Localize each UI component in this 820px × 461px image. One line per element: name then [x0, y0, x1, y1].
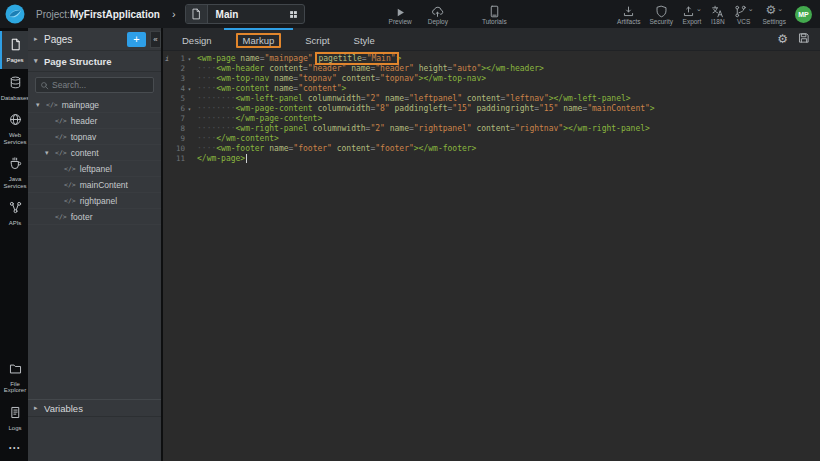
tab-label: Style [354, 35, 375, 46]
code-text: ····<wm-header content="header" name="he… [197, 64, 544, 74]
add-page-button[interactable]: + [127, 32, 146, 47]
search-input[interactable] [52, 80, 149, 90]
code-line[interactable]: 11</wm-page> [163, 154, 820, 164]
gutter: 3 [163, 74, 194, 84]
line-number: 3 [171, 74, 185, 84]
tree-item-content[interactable]: ▾</>content [28, 145, 161, 161]
markup-code-editor[interactable]: i1▾<wm-page name="mainpage" pagetitle="M… [163, 51, 820, 461]
more-options-ellipsis-icon[interactable]: ••• [0, 436, 28, 461]
artifacts-button[interactable]: Artifacts [617, 4, 640, 25]
tree-item-mainpage[interactable]: ▾</>mainpage [28, 97, 161, 113]
coffee-icon [9, 156, 22, 174]
save-icon[interactable] [798, 30, 810, 48]
tree-item-maincontent[interactable]: </>mainContent [28, 177, 161, 193]
open-page-tab[interactable]: Main [185, 4, 305, 24]
search-box [35, 77, 154, 93]
user-avatar[interactable]: MP [795, 6, 812, 23]
tree-item-topnav[interactable]: </>topnav [28, 129, 161, 145]
editor-tab-bar: DesignMarkupScriptStyle ⚙ [163, 28, 820, 51]
gear-icon: ⚙ [765, 4, 776, 17]
annotation-highlight-box: pagetitle="Main" [317, 54, 396, 63]
text-cursor [246, 154, 247, 163]
tutorials-button[interactable]: Tutorials [482, 4, 507, 25]
fold-caret-icon[interactable]: ▾ [185, 84, 194, 94]
i18n-button[interactable]: I18N [711, 4, 725, 25]
widget-markup-icon: </> [55, 117, 67, 125]
sidebar-item-label: File Explorer [2, 381, 28, 394]
sidebar-item-apis[interactable]: APIs [0, 194, 28, 232]
tab-label: Design [182, 35, 212, 46]
code-line[interactable]: 3····<wm-top-nav name="topnav" content="… [163, 74, 820, 84]
tree-item-leftpanel[interactable]: </>leftpanel [28, 161, 161, 177]
tab-markup[interactable]: Markup [224, 28, 294, 50]
gutter: 7 [163, 114, 194, 124]
tree-item-label: footer [71, 212, 93, 222]
code-line[interactable]: 6▾········<wm-page-content columnwidth="… [163, 104, 820, 114]
chevron-down-icon[interactable]: ⌄ [696, 4, 702, 14]
chevron-down-icon[interactable]: ⌄ [748, 4, 754, 14]
sidebar-item-databases[interactable]: Databases [0, 69, 28, 107]
code-line[interactable]: 5········<wm-left-panel columnwidth="2" … [163, 94, 820, 104]
tree-item-label: header [71, 116, 97, 126]
widget-markup-icon: </> [55, 149, 67, 157]
code-line[interactable]: 2····<wm-header content="header" name="h… [163, 64, 820, 74]
settings-button[interactable]: ⚙⌄Settings [763, 4, 787, 25]
page-file-icon [186, 5, 208, 23]
tree-item-label: leftpanel [80, 164, 112, 174]
sidebar-item-label: APIs [9, 220, 22, 227]
page-structure-tree: ▾</>mainpage</>header</>topnav▾</>conten… [28, 97, 161, 399]
widget-markup-icon: </> [64, 165, 76, 173]
line-number: 4 [171, 84, 185, 94]
code-line[interactable]: 4▾····<wm-content name="content"> [163, 84, 820, 94]
sidebar-item-java-services[interactable]: Java Services [0, 150, 28, 194]
code-line[interactable]: 9····</wm-content> [163, 134, 820, 144]
tree-item-header[interactable]: </>header [28, 113, 161, 129]
sidebar-item-label: Databases [1, 95, 30, 102]
vcs-button[interactable]: ⌄VCS [734, 4, 754, 25]
preview-button[interactable]: Preview [389, 4, 412, 25]
collapse-panel-button[interactable]: « [150, 31, 161, 48]
code-line[interactable]: 8········<wm-right-panel columnwidth="2"… [163, 124, 820, 134]
rail-spacer [0, 232, 28, 355]
editor-tabs: DesignMarkupScriptStyle [170, 28, 387, 50]
code-line[interactable]: 7········</wm-page-content> [163, 114, 820, 124]
tree-item-label: topnav [71, 132, 97, 142]
line-number: 1 [171, 54, 185, 64]
gutter: 10 [163, 144, 194, 154]
sidebar-item-logs[interactable]: Logs [0, 399, 28, 437]
security-button[interactable]: Security [650, 4, 673, 25]
caret-down-icon[interactable]: ▾ [36, 101, 46, 109]
sidebar-item-web-services[interactable]: Web Services [0, 106, 28, 150]
markup-settings-gear-icon[interactable]: ⚙ [777, 33, 788, 46]
caret-down-icon[interactable]: ▾ [45, 149, 55, 157]
code-line[interactable]: i1▾<wm-page name="mainpage" pagetitle="M… [163, 54, 820, 64]
topbar-actions-left: PreviewDeployTutorials [389, 4, 507, 25]
code-line[interactable]: 10····<wm-footer name="footer" content="… [163, 144, 820, 154]
caret-down-icon: ▾ [34, 57, 44, 65]
page-tab-label: Main [208, 9, 289, 20]
fold-caret-icon[interactable]: ▾ [185, 54, 194, 64]
sidebar-item-label: Java Services [2, 176, 28, 189]
tree-item-rightpanel[interactable]: </>rightpanel [28, 193, 161, 209]
caret-right-icon: ▸ [34, 404, 44, 412]
page-structure-title: Page Structure [44, 56, 112, 67]
code-text: ········<wm-left-panel columnwidth="2" n… [197, 94, 631, 104]
sidebar-item-pages[interactable]: Pages [0, 31, 28, 69]
tab-design[interactable]: Design [170, 28, 224, 50]
fold-caret-icon[interactable]: ▾ [185, 104, 194, 114]
tab-script[interactable]: Script [293, 28, 341, 50]
chevron-down-icon[interactable]: ⌄ [777, 4, 783, 14]
wavemaker-logo-icon[interactable] [0, 4, 30, 24]
grid-icon[interactable] [289, 10, 304, 19]
line-number: 7 [171, 114, 185, 124]
chevron-right-icon: › [172, 8, 176, 20]
page-structure-header[interactable]: ▾ Page Structure [28, 51, 161, 72]
sidebar-item-file-explorer[interactable]: File Explorer [0, 355, 28, 399]
gutter: 11 [163, 154, 194, 164]
caret-right-icon[interactable]: ▸ [34, 35, 44, 43]
tree-item-footer[interactable]: </>footer [28, 209, 161, 225]
variables-section[interactable]: ▸ Variables [28, 399, 161, 417]
deploy-button[interactable]: Deploy [428, 4, 448, 25]
tab-style[interactable]: Style [342, 28, 387, 50]
export-button[interactable]: ⌄Export [682, 4, 702, 25]
